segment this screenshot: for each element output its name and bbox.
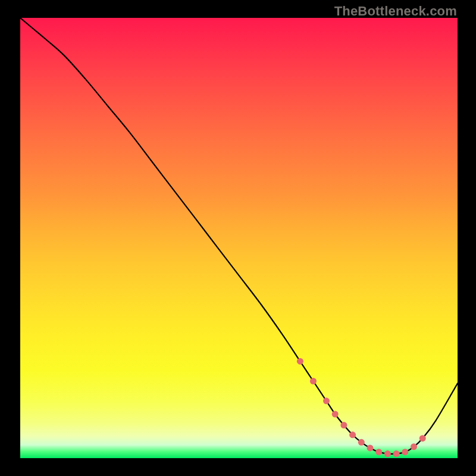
data-marker [340,422,347,428]
data-marker [367,444,374,451]
chart-svg [20,18,458,458]
chart-container: TheBottleneck.com [0,0,476,476]
data-marker [393,450,400,457]
data-markers [297,358,426,457]
data-marker [310,378,317,384]
data-marker [349,431,356,438]
data-marker [402,449,408,455]
data-marker [358,439,365,446]
data-marker [332,411,339,418]
data-marker [419,435,426,441]
watermark-label: TheBottleneck.com [334,4,457,19]
data-marker [323,397,330,404]
data-marker [375,449,382,455]
data-marker [411,443,417,450]
bottleneck-curve [20,18,458,454]
data-marker [297,358,303,365]
data-marker [384,450,391,457]
plot-area [20,18,458,458]
